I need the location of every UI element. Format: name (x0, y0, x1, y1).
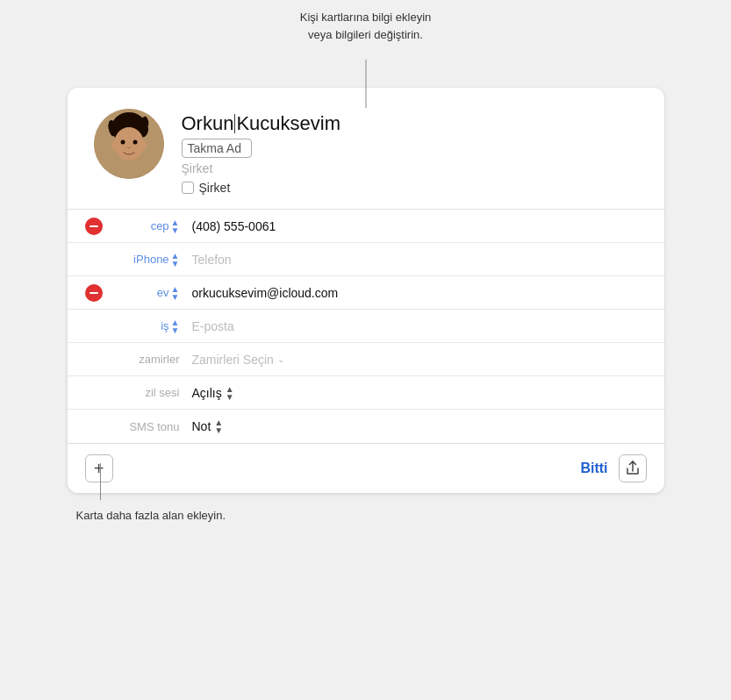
contact-name-row: Orkun Kucuksevim (182, 112, 341, 135)
email2-row: iş ▲▼ E-posta (68, 310, 664, 343)
last-name: Kucuksevim (236, 112, 340, 135)
phone2-stepper-icon: ▲▼ (171, 252, 180, 268)
svg-point-6 (141, 141, 147, 150)
email1-row: ev ▲▼ orkucuksevim@icloud.com (68, 276, 664, 310)
ringtone-row: zil sesi Açılış ▲▼ (68, 376, 664, 410)
fields-section: cep ▲▼ (408) 555-0061 iPhone ▲▼ Telefon … (68, 210, 664, 443)
email1-stepper-icon: ▲▼ (171, 285, 180, 301)
tooltip-bottom-container: Karta daha fazla alan ekleyin. (68, 500, 664, 522)
tooltip-bottom: Karta daha fazla alan ekleyin. (68, 509, 664, 522)
pronouns-label: zamirler (110, 353, 180, 366)
email2-placeholder[interactable]: E-posta (192, 319, 647, 333)
email2-stepper-icon: ▲▼ (171, 318, 180, 334)
phone1-stepper-icon: ▲▼ (171, 218, 180, 234)
tooltip-top-line1: Kişi kartlarına bilgi ekleyin (300, 11, 432, 24)
share-icon (625, 461, 641, 476)
contact-info: Orkun Kucuksevim Takma Ad Şirket Şirket (182, 109, 341, 195)
pronouns-value[interactable]: Zamirleri Seçin ⌄ (192, 353, 647, 367)
contact-card: Orkun Kucuksevim Takma Ad Şirket Şirket … (68, 88, 664, 493)
svg-point-2 (114, 127, 144, 161)
nickname-field[interactable]: Takma Ad (182, 139, 341, 158)
sms-tone-value[interactable]: Not ▲▼ (192, 418, 647, 434)
ringtone-stepper-icon: ▲▼ (226, 385, 234, 401)
phone2-placeholder[interactable]: Telefon (192, 253, 647, 267)
sms-tone-label: SMS tonu (110, 420, 180, 433)
share-button[interactable] (619, 454, 647, 482)
sms-tone-row: SMS tonu Not ▲▼ (68, 410, 664, 443)
phone2-label[interactable]: iPhone ▲▼ (110, 252, 180, 268)
phone1-row: cep ▲▼ (408) 555-0061 (68, 210, 664, 243)
tooltip-top: Kişi kartlarına bilgi ekleyin veya bilgi… (300, 9, 432, 43)
company-label: Şirket (199, 181, 231, 195)
ringtone-value[interactable]: Açılış ▲▼ (192, 385, 647, 401)
company-checkbox-row: Şirket (182, 181, 341, 195)
cursor-line (234, 114, 235, 133)
pronouns-chevron-icon: ⌄ (277, 354, 284, 364)
bottom-bar: + Bitti (68, 443, 664, 493)
tooltip-top-pointer-line (365, 60, 366, 108)
phone2-row: iPhone ▲▼ Telefon (68, 243, 664, 276)
remove-phone1-button[interactable] (85, 218, 103, 235)
phone1-value[interactable]: (408) 555-0061 (192, 219, 647, 233)
company-checkbox[interactable] (182, 182, 194, 194)
add-field-button[interactable]: + (85, 454, 113, 482)
company-placeholder[interactable]: Şirket (182, 161, 341, 175)
avatar (94, 109, 164, 179)
tooltip-top-line2: veya bilgileri değiştirin. (308, 28, 423, 41)
phone1-label[interactable]: cep ▲▼ (110, 218, 180, 234)
svg-point-3 (120, 140, 125, 145)
svg-point-5 (111, 141, 117, 150)
ringtone-label: zil sesi (110, 386, 180, 399)
email1-label[interactable]: ev ▲▼ (110, 285, 180, 301)
sms-tone-stepper-icon: ▲▼ (214, 418, 223, 434)
pronouns-row: zamirler Zamirleri Seçin ⌄ (68, 343, 664, 376)
done-button[interactable]: Bitti (580, 461, 607, 476)
first-name: Orkun (182, 112, 234, 135)
tooltip-bottom-pointer-line (100, 463, 101, 500)
svg-point-4 (133, 140, 137, 145)
email1-value[interactable]: orkucuksevim@icloud.com (192, 286, 647, 300)
email2-label[interactable]: iş ▲▼ (110, 318, 180, 334)
remove-email1-button[interactable] (85, 284, 103, 302)
bottom-right-buttons: Bitti (580, 454, 646, 482)
